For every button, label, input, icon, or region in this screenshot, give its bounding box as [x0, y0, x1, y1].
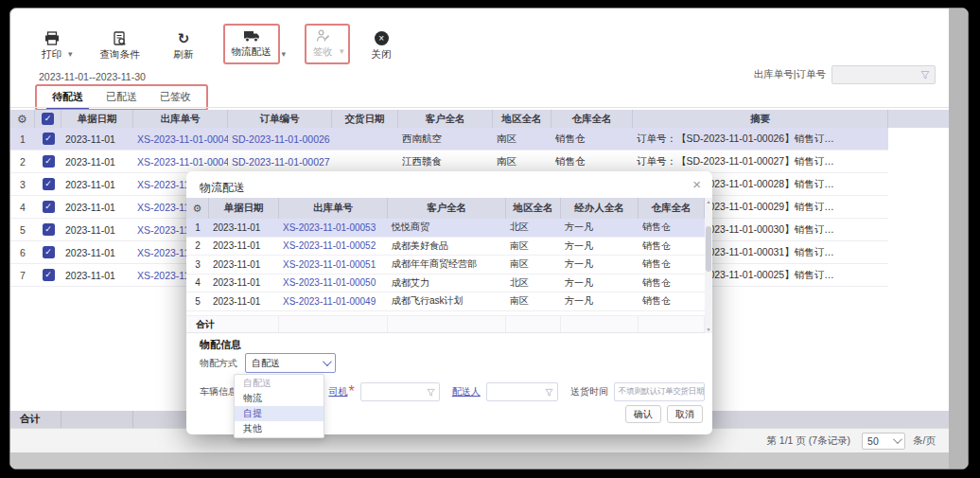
- col-order-no[interactable]: 订单编号: [228, 110, 332, 128]
- query-icon: [113, 31, 127, 45]
- tab-dispatched[interactable]: 已配送: [95, 86, 149, 109]
- dispatch-method-value: 自配送: [252, 357, 280, 370]
- column-settings-gear-icon[interactable]: ⚙: [186, 198, 209, 219]
- col-agent[interactable]: 经办人全名: [561, 198, 639, 219]
- dropdown-option[interactable]: 物流: [235, 391, 324, 406]
- doc-date-cell: 2023-11-01: [61, 133, 133, 145]
- scroll-up-icon[interactable]: ▲: [705, 199, 712, 204]
- outbound-no-link[interactable]: XS-2023-11-01-00049: [279, 296, 388, 307]
- query-conditions-button[interactable]: 查询条件: [96, 28, 145, 64]
- close-label: 关闭: [372, 48, 392, 62]
- dropdown-option[interactable]: 自提: [235, 406, 324, 421]
- truck-icon: [243, 29, 260, 43]
- modal-table-row[interactable]: 1 2023-11-01 XS-2023-11-01-00053 悦悦商贸 北区…: [186, 219, 705, 238]
- region-cell: 南区: [493, 155, 551, 168]
- checkbox-checked-icon: ✓: [42, 113, 54, 125]
- select-all-checkbox[interactable]: ✓: [35, 110, 61, 128]
- modal-close-icon[interactable]: ×: [692, 176, 701, 192]
- modal-table-row[interactable]: 5 2023-11-01 XS-2023-11-01-00049 成都飞行ask…: [186, 292, 705, 311]
- page-size-select[interactable]: 50: [862, 433, 905, 450]
- agent-cell: 方一凡: [561, 257, 639, 271]
- outbound-no-link[interactable]: XS-2023-11-01-00050: [279, 277, 388, 288]
- checkbox-checked-icon: ✓: [43, 269, 55, 281]
- order-filter-input[interactable]: [831, 65, 936, 84]
- column-settings-gear-icon[interactable]: ⚙: [10, 110, 35, 128]
- print-caret-icon[interactable]: ▾: [68, 49, 73, 59]
- dispatch-method-label: 物配方式: [200, 357, 237, 370]
- scroll-down-icon[interactable]: ▼: [705, 327, 712, 332]
- row-checkbox[interactable]: ✓: [35, 155, 61, 168]
- order-no-link[interactable]: SD-2023-11-01-00027: [228, 156, 332, 168]
- col-delivery-date[interactable]: 交货日期: [332, 110, 398, 128]
- dispatch-method-select[interactable]: 自配送: [245, 353, 336, 373]
- window-right-edge[interactable]: [949, 9, 968, 469]
- warehouse-cell: 销售仓: [551, 155, 633, 168]
- outbound-no-link[interactable]: XS-2023-11-01-00051: [279, 259, 388, 270]
- col-region[interactable]: 地区全名: [493, 110, 551, 128]
- tab-signed[interactable]: 已签收: [149, 86, 202, 109]
- col-doc-date[interactable]: 单据日期: [61, 110, 133, 128]
- modal-table-row[interactable]: 2 2023-11-01 XS-2023-11-01-00052 成都美好食品 …: [186, 238, 705, 257]
- region-cell: 北区: [506, 221, 561, 234]
- totals-label: 合计: [186, 316, 279, 332]
- modal-table-scrollbar[interactable]: ▲ ▼: [705, 198, 712, 333]
- col-customer[interactable]: 客户全名: [398, 110, 493, 128]
- print-button[interactable]: 打印: [37, 28, 66, 64]
- col-warehouse[interactable]: 仓库全名: [551, 110, 633, 128]
- outbound-no-link[interactable]: XS-2023-11-01-00048: [133, 156, 228, 168]
- row-checkbox[interactable]: ✓: [35, 223, 61, 236]
- col-outbound-no[interactable]: 出库单号: [279, 198, 388, 219]
- deliverer-label-link[interactable]: 配送人: [452, 385, 481, 398]
- sign-receive-button[interactable]: 签收: [308, 27, 338, 62]
- tab-pending-dispatch[interactable]: 待配送: [41, 86, 95, 109]
- row-index: 4: [186, 277, 209, 288]
- totals-cell: [639, 316, 705, 332]
- confirm-button[interactable]: 确认: [625, 405, 661, 423]
- driver-label-link[interactable]: 司机: [328, 385, 347, 398]
- doc-date-cell: 2023-11-01: [61, 270, 133, 281]
- table-row[interactable]: 2 ✓ 2023-11-01 XS-2023-11-01-00048 SD-20…: [10, 150, 888, 173]
- page-size-unit: 条/页: [913, 434, 936, 448]
- outbound-no-link[interactable]: XS-2023-11-01-00053: [279, 222, 388, 233]
- sign-receive-caret-icon[interactable]: ▾: [340, 46, 344, 56]
- col-summary[interactable]: 摘要: [633, 110, 888, 128]
- modal-table-row[interactable]: 3 2023-11-01 XS-2023-11-01-00051 成都年年商贸经…: [186, 256, 705, 274]
- deliverer-input[interactable]: [486, 382, 558, 401]
- row-checkbox[interactable]: ✓: [35, 201, 61, 213]
- dropdown-option[interactable]: 其他: [235, 421, 324, 436]
- row-index: 5: [10, 224, 35, 236]
- row-checkbox[interactable]: ✓: [35, 246, 61, 258]
- row-index: 2: [186, 240, 209, 251]
- modal-table-row[interactable]: 4 2023-11-01 XS-2023-11-01-00050 成都艾力 北区…: [186, 274, 705, 293]
- driver-input[interactable]: [360, 382, 440, 401]
- delivery-time-input[interactable]: 不填则默认订单交货日期: [614, 382, 705, 401]
- customer-cell: 西南航空: [398, 133, 493, 146]
- col-customer[interactable]: 客户全名: [388, 198, 506, 219]
- order-no-link[interactable]: SD-2023-11-01-00026: [228, 133, 332, 145]
- logistics-dispatch-caret-icon[interactable]: ▾: [282, 49, 287, 59]
- refresh-button[interactable]: ↻ 刷新: [169, 28, 199, 64]
- row-checkbox[interactable]: ✓: [35, 178, 61, 190]
- row-checkbox[interactable]: ✓: [35, 269, 61, 281]
- row-checkbox[interactable]: ✓: [35, 133, 61, 145]
- close-button[interactable]: × 关闭: [367, 28, 396, 64]
- deliverer-group: 配送人: [452, 382, 558, 401]
- col-doc-date[interactable]: 单据日期: [209, 198, 279, 219]
- col-outbound-no[interactable]: 出库单号: [133, 110, 228, 128]
- chevron-down-icon: [323, 357, 332, 366]
- doc-date-cell: 2023-11-01: [61, 156, 133, 168]
- logistics-dispatch-button[interactable]: 物流配送: [227, 27, 276, 62]
- table-row[interactable]: 1 ✓ 2023-11-01 XS-2023-11-01-00047 SD-20…: [10, 128, 888, 150]
- col-region[interactable]: 地区全名: [506, 198, 561, 219]
- doc-date-cell: 2023-11-01: [209, 277, 279, 288]
- outbound-no-link[interactable]: XS-2023-11-01-00047: [133, 133, 228, 145]
- scrollbar-thumb[interactable]: [706, 226, 711, 272]
- dropdown-option[interactable]: 自配送: [235, 376, 324, 391]
- col-warehouse[interactable]: 仓库全名: [639, 198, 705, 219]
- doc-date-cell: 2023-11-01: [209, 222, 279, 233]
- delivery-time-label: 送货时间: [570, 385, 608, 398]
- refresh-icon: ↻: [178, 31, 190, 45]
- cancel-button[interactable]: 取消: [667, 405, 703, 423]
- row-index: 6: [10, 247, 35, 258]
- outbound-no-link[interactable]: XS-2023-11-01-00052: [279, 240, 388, 251]
